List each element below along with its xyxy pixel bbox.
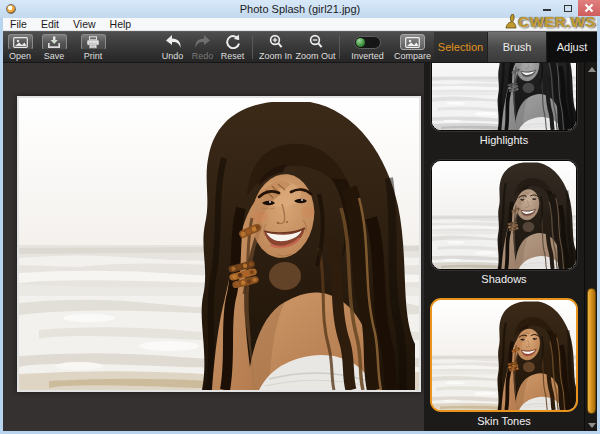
undo-button[interactable]: Undo <box>156 32 189 62</box>
save-icon <box>42 34 67 50</box>
thumbnail-card[interactable] <box>431 62 577 131</box>
open-icon <box>8 34 33 50</box>
tab-bar: Selection Brush Adjust <box>434 32 597 62</box>
zoom-in-icon <box>268 34 284 49</box>
titlebar: Photo Splash (girl21.jpg) <box>0 0 600 18</box>
menu-help[interactable]: Help <box>103 18 139 31</box>
save-label: Save <box>44 51 65 61</box>
tab-adjust[interactable]: Adjust <box>547 32 597 62</box>
toolbar: Open Save Print Undo Redo <box>3 31 597 62</box>
print-button[interactable]: Print <box>76 32 110 62</box>
close-icon <box>585 4 593 12</box>
menu-edit[interactable]: Edit <box>34 18 66 31</box>
print-label: Print <box>84 51 103 61</box>
inverted-toggle[interactable]: Inverted <box>345 32 390 62</box>
inverted-label: Inverted <box>351 51 384 61</box>
close-button[interactable] <box>578 0 600 16</box>
menubar: File Edit View Help <box>3 18 597 31</box>
compare-icon <box>400 34 425 50</box>
main-photo[interactable] <box>17 96 421 392</box>
minimize-icon <box>543 9 551 11</box>
toolbar-separator <box>252 35 253 59</box>
redo-label: Redo <box>192 51 214 61</box>
toggle-knob-green <box>356 38 365 47</box>
panel-scrollbar[interactable] <box>584 62 597 431</box>
undo-icon <box>164 34 182 49</box>
open-label: Open <box>9 51 31 61</box>
tab-selection[interactable]: Selection <box>434 32 487 62</box>
reset-label: Reset <box>221 51 245 61</box>
scroll-down-button[interactable] <box>585 419 598 431</box>
print-icon <box>81 34 106 50</box>
maximize-button[interactable] <box>557 0 578 16</box>
undo-label: Undo <box>162 51 184 61</box>
triangle-down-icon <box>588 423 596 428</box>
reset-button[interactable]: Reset <box>216 32 249 62</box>
window-title: Photo Splash (girl21.jpg) <box>0 3 600 15</box>
thumbnail-card[interactable] <box>431 160 577 270</box>
open-button[interactable]: Open <box>3 32 37 62</box>
scroll-up-button[interactable] <box>585 63 598 75</box>
compare-label: Compare <box>394 51 431 61</box>
maximize-icon <box>564 5 572 12</box>
zoom-in-button[interactable]: Zoom In <box>256 32 295 62</box>
zoom-out-label: Zoom Out <box>295 51 335 61</box>
triangle-up-icon <box>588 67 596 72</box>
toolbar-separator <box>339 35 340 59</box>
minimize-button[interactable] <box>536 0 557 16</box>
thumbnail-label: Skin Tones <box>477 415 531 427</box>
thumbnail-label: Highlights <box>480 134 528 146</box>
effects-panel: Highlights Shadows <box>424 62 584 431</box>
redo-button[interactable]: Redo <box>189 32 216 62</box>
zoom-out-button[interactable]: Zoom Out <box>295 32 336 62</box>
toggle-switch-icon <box>354 36 381 49</box>
reset-icon <box>225 34 241 49</box>
menu-file[interactable]: File <box>3 18 34 31</box>
scrollbar-thumb[interactable] <box>587 288 596 414</box>
menu-view[interactable]: View <box>66 18 103 31</box>
zoom-out-icon <box>308 34 324 49</box>
compare-button[interactable]: Compare <box>392 32 433 62</box>
app-window: Photo Splash (girl21.jpg) CWER.WS File E… <box>0 0 600 434</box>
tab-brush[interactable]: Brush <box>487 32 547 62</box>
thumbnail-label: Shadows <box>481 273 526 285</box>
image-viewport <box>3 62 424 431</box>
save-button[interactable]: Save <box>37 32 71 62</box>
redo-icon <box>194 34 212 49</box>
zoom-in-label: Zoom In <box>259 51 292 61</box>
thumbnail-card[interactable] <box>430 298 578 412</box>
